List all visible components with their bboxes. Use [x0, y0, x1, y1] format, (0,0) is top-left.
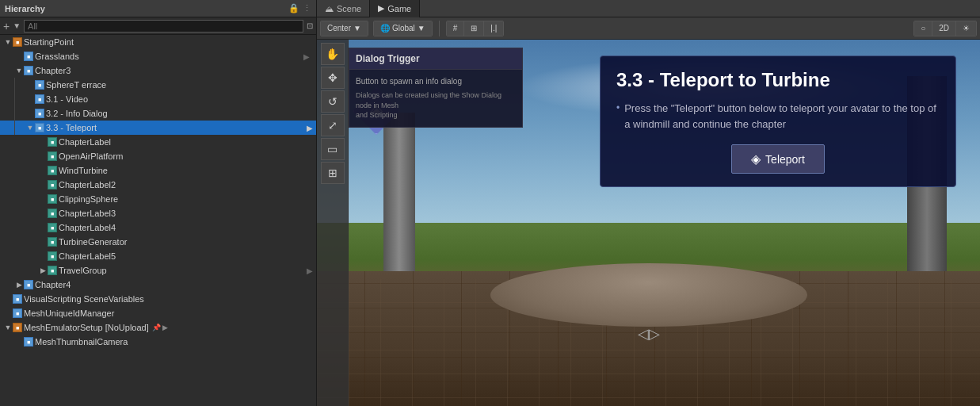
lock-icon[interactable]: 🔒 [288, 3, 299, 13]
tree-item-chapter-label4[interactable]: ▶ ■ ChapterLabel4 [0, 220, 316, 235]
global-group: 🌐 Global ▼ [373, 21, 433, 36]
search-expand-icon[interactable]: ⊡ [307, 21, 313, 30]
icon-chapter3: ■ [24, 66, 33, 75]
expand-arrow-33[interactable]: ▼ [25, 124, 35, 132]
scene-viewport: ✋ ✥ ↺ ⤢ ▭ ⊞ ◈ Dialog Trigger [317, 40, 980, 406]
label-chapter-label2: ChapterLabel2 [59, 180, 116, 190]
more-icon[interactable]: ⋮ [303, 3, 311, 13]
tree-item-chapter4[interactable]: ▶ ■ Chapter4 [0, 278, 316, 292]
arrow-tgrp: ▶ [307, 266, 313, 275]
teleport-description-row: • Press the "Teleport" button below to t… [616, 101, 940, 144]
exp-me[interactable]: ▼ [3, 324, 13, 331]
center-dropdown-icon: ▼ [353, 24, 361, 33]
render-mode-btn[interactable]: ○ [914, 21, 932, 36]
circular-platform [490, 263, 807, 327]
tree-item-travel-group[interactable]: ▶ ■ TravelGroup ▶ [0, 263, 316, 278]
teleport-description: Press the "Teleport" button below to tel… [624, 101, 940, 132]
arrow-grasslands: ▶ [303, 52, 310, 61]
tree-item-31-video[interactable]: ▶ ■ 3.1 - Video [0, 92, 316, 106]
dialog-trigger-body: Button to spawn an info dialog Dialogs c… [349, 70, 522, 127]
tree-item-chapter-label5[interactable]: ▶ ■ ChapterLabel5 [0, 249, 316, 263]
icon-vs: ■ [13, 294, 22, 304]
tree-item-chapter-label2[interactable]: ▶ ■ ChapterLabel2 [0, 178, 316, 192]
icon-cl2: ■ [48, 180, 57, 190]
icon-starting-point: ■ [13, 37, 22, 47]
move-tool-btn[interactable]: ✥ [321, 67, 345, 89]
tree-line-32 [14, 106, 15, 121]
panel-header-icons: 🔒 ⋮ [288, 3, 311, 13]
hand-tool-btn[interactable]: ✋ [321, 43, 345, 65]
icon-32: ■ [35, 109, 44, 118]
label-chapter-label4: ChapterLabel4 [59, 223, 116, 232]
hierarchy-panel: Hierarchy 🔒 ⋮ + ▼ ⊡ ▼ ■ St [0, 0, 317, 406]
grid-btn-1[interactable]: # [447, 21, 465, 36]
gizmo-2d-btn[interactable]: 2D [932, 21, 956, 36]
expand-arrow-starting-point[interactable]: ▼ [3, 38, 13, 46]
icon-cl5: ■ [48, 251, 57, 261]
tree-item-mesh-thumbnail[interactable]: ▶ ■ MeshThumbnailCamera [0, 335, 316, 349]
icon-mt: ■ [24, 337, 33, 347]
label-31: 3.1 - Video [46, 94, 88, 104]
tree-item-mesh-unique[interactable]: ▶ ■ MeshUniqueIdManager [0, 306, 316, 320]
hierarchy-title: Hierarchy [5, 4, 45, 13]
tree-item-grasslands[interactable]: ▶ ■ Grasslands ▶ [0, 49, 316, 63]
label-chapter-label5: ChapterLabel5 [59, 251, 116, 261]
add-icon[interactable]: + [3, 20, 10, 33]
tree-line-33 [14, 121, 15, 135]
tree-item-sphere-terrace[interactable]: ▶ ■ SphereT errace [0, 78, 316, 92]
icon-ch4: ■ [24, 280, 33, 289]
tree-item-chapter-label[interactable]: ▶ ■ ChapterLabel [0, 135, 316, 149]
expand-arrow-chapter3[interactable]: ▼ [14, 67, 24, 75]
tree-item-visual-scripting[interactable]: ▶ ■ VisualScripting SceneVariables [0, 292, 316, 306]
center-button[interactable]: Center ▼ [321, 21, 368, 36]
label-chapter3: Chapter3 [35, 66, 71, 75]
grid-btn-2[interactable]: ⊞ [464, 21, 484, 36]
tree-line-31 [14, 92, 15, 106]
scene-area: ⛰ Scene ▶ Game Center ▼ � [317, 0, 980, 406]
arrow-me: ▶ [162, 324, 168, 331]
tab-game[interactable]: ▶ Game [370, 0, 420, 17]
icon-me: ■ [13, 323, 22, 332]
light-btn[interactable]: ☀ [956, 21, 976, 36]
label-turbine-generator: TurbineGenerator [59, 237, 127, 247]
rect-tool-btn[interactable]: ▭ [321, 138, 345, 160]
tree-item-open-air[interactable]: ▶ ■ OpenAirPlatform [0, 149, 316, 163]
scale-tool-btn[interactable]: ⤢ [321, 114, 345, 136]
tree-item-wind-turbine[interactable]: ▶ ■ WindTurbine [0, 163, 316, 178]
transform-tool-btn[interactable]: ⊞ [321, 162, 345, 184]
label-33: 3.3 - Teleport [46, 123, 97, 132]
rotate-tool-btn[interactable]: ↺ [321, 90, 345, 113]
exp-tgrp[interactable]: ▶ [38, 266, 48, 274]
global-dropdown-icon: ▼ [418, 24, 425, 33]
game-tab-label: Game [387, 4, 411, 13]
tab-scene[interactable]: ⛰ Scene [317, 0, 370, 17]
hierarchy-list: ▼ ■ StartingPoint ▶ ■ Grasslands ▶ ▼ ■ C… [0, 35, 316, 406]
panel-header: Hierarchy 🔒 ⋮ [0, 0, 316, 17]
app-container: Hierarchy 🔒 ⋮ + ▼ ⊡ ▼ ■ St [0, 0, 980, 406]
global-button[interactable]: 🌐 Global ▼ [374, 21, 432, 36]
teleport-btn-icon: ◈ [751, 151, 761, 167]
tree-item-33-teleport[interactable]: ▼ ■ 3.3 - Teleport ▶ [0, 121, 316, 135]
scene-tab-label: Scene [337, 4, 361, 13]
tree-item-turbine-generator[interactable]: ▶ ■ TurbineGenerator [0, 235, 316, 249]
tree-item-chapter3[interactable]: ▼ ■ Chapter3 [0, 63, 316, 78]
grid-btn-3[interactable]: |.| [484, 21, 503, 36]
left-tool-panel: ✋ ✥ ↺ ⤢ ▭ ⊞ [317, 40, 349, 406]
label-chapter4: Chapter4 [35, 280, 71, 289]
tree-item-mesh-emulator[interactable]: ▼ ■ MeshEmulatorSetup [NoUpload] 📌 ▶ [0, 320, 316, 335]
center-group: Center ▼ [320, 21, 368, 36]
icon-grasslands: ■ [24, 52, 33, 61]
tree-item-chapter-label3[interactable]: ▶ ■ ChapterLabel3 [0, 206, 316, 220]
tree-item-starting-point[interactable]: ▼ ■ StartingPoint [0, 35, 316, 49]
exp-ch4[interactable]: ▶ [14, 281, 24, 289]
arrow-33: ▶ [307, 124, 313, 132]
tree-item-32-info-dialog[interactable]: ▶ ■ 3.2 - Info Dialog [0, 106, 316, 121]
teleport-action-button[interactable]: ◈ Teleport [731, 144, 825, 174]
render-group: ○ 2D ☀ [913, 21, 977, 36]
tree-item-clipping-sphere[interactable]: ▶ ■ ClippingSphere [0, 192, 316, 206]
search-input[interactable] [24, 20, 303, 33]
dialog-trigger-title: Dialog Trigger [356, 53, 420, 64]
dropdown-arrow[interactable]: ▼ [13, 21, 21, 30]
label-visual-scripting: VisualScripting SceneVariables [24, 294, 144, 304]
label-grasslands: Grasslands [35, 52, 79, 61]
